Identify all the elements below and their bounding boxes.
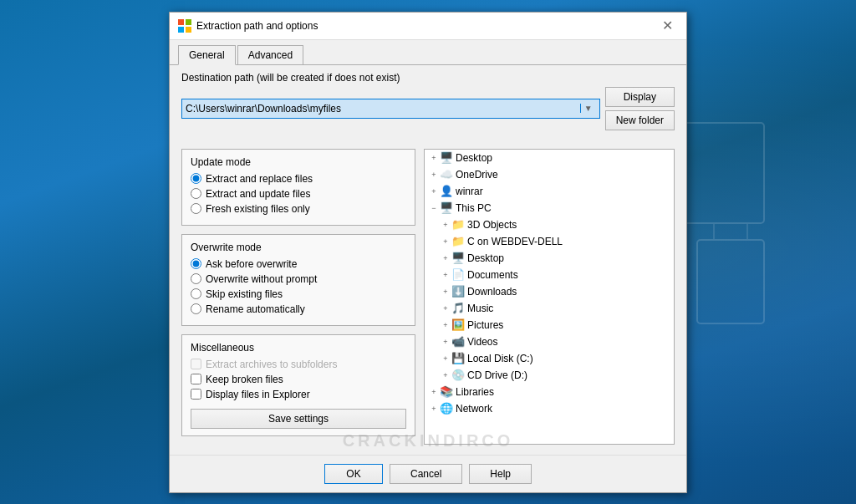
label-localc: Local Disk (C:) xyxy=(467,353,533,364)
expand-winrar[interactable]: + xyxy=(428,186,440,197)
close-button[interactable]: ✕ xyxy=(648,13,686,38)
update-update-row: Extract and update files xyxy=(191,188,406,200)
destination-input-wrap: ▼ xyxy=(181,99,600,119)
tree-item-network[interactable]: + 🌐 Network xyxy=(425,400,674,417)
icon-network: 🌐 xyxy=(440,402,453,415)
tab-advanced[interactable]: Advanced xyxy=(237,45,303,64)
file-tree: + 🖥️ Desktop + ☁️ OneDrive + 👤 winrar − … xyxy=(424,149,675,445)
expand-cwebdev[interactable]: + xyxy=(440,236,451,247)
tree-item-localc[interactable]: + 💾 Local Disk (C:) xyxy=(436,350,674,367)
svg-rect-7 xyxy=(186,27,191,33)
misc-explorer-label: Display files in Explorer xyxy=(206,389,310,400)
icon-localc: 💾 xyxy=(451,352,465,365)
tree-group-thispc: + 📁 3D Objects + 📁 C on WEBDEV-DELL + 🖥️… xyxy=(425,216,674,384)
tree-item-winrar[interactable]: + 👤 winrar xyxy=(425,183,674,200)
tab-general[interactable]: General xyxy=(178,45,236,65)
label-desktop2: Desktop xyxy=(467,252,504,264)
tree-item-3dobjects[interactable]: + 📁 3D Objects xyxy=(436,216,674,233)
tree-item-libraries[interactable]: + 📚 Libraries xyxy=(425,384,674,400)
cancel-button[interactable]: Cancel xyxy=(390,464,462,484)
icon-documents: 📄 xyxy=(451,268,465,282)
update-fresh-label: Fresh existing files only xyxy=(206,203,310,215)
overwrite-skip-radio[interactable] xyxy=(191,288,201,299)
misc-subfolders-row: Extract archives to subfolders xyxy=(191,359,406,370)
destination-input[interactable] xyxy=(186,103,580,115)
expand-music[interactable]: + xyxy=(440,303,451,314)
label-libraries: Libraries xyxy=(456,386,494,398)
label-downloads: Downloads xyxy=(467,286,517,298)
tree-item-cwebdev[interactable]: + 📁 C on WEBDEV-DELL xyxy=(436,233,674,250)
expand-localc[interactable]: + xyxy=(440,353,451,364)
expand-onedrive[interactable]: + xyxy=(428,169,440,181)
tree-item-desktop[interactable]: + 🖥️ Desktop xyxy=(425,150,674,166)
misc-subfolders-check[interactable] xyxy=(191,359,201,369)
destination-label: Destination path (will be created if doe… xyxy=(181,72,675,84)
tree-item-music[interactable]: + 🎵 Music xyxy=(436,300,674,317)
expand-pictures[interactable]: + xyxy=(440,319,451,331)
misc-section: Miscellaneous Extract archives to subfol… xyxy=(181,334,415,436)
icon-music: 🎵 xyxy=(451,302,465,315)
overwrite-ask-label: Ask before overwrite xyxy=(206,258,297,270)
tabs-container: General Advanced xyxy=(170,40,686,65)
misc-subfolders-label: Extract archives to subfolders xyxy=(206,359,337,370)
icon-cwebdev: 📁 xyxy=(451,235,465,248)
overwrite-rename-radio[interactable] xyxy=(191,303,201,314)
icon-libraries: 📚 xyxy=(440,385,453,399)
label-cwebdev: C on WEBDEV-DELL xyxy=(467,236,563,247)
update-replace-row: Extract and replace files xyxy=(191,173,406,185)
expand-libraries[interactable]: + xyxy=(428,386,440,398)
ok-button[interactable]: OK xyxy=(324,464,383,484)
expand-3dobjects[interactable]: + xyxy=(440,219,451,231)
display-button[interactable]: Display xyxy=(605,87,675,107)
overwrite-ask-row: Ask before overwrite xyxy=(191,258,406,270)
tree-item-thispc[interactable]: − 🖥️ This PC xyxy=(425,200,674,216)
overwrite-noprompt-radio[interactable] xyxy=(191,273,201,284)
expand-videos[interactable]: + xyxy=(440,336,451,348)
svg-rect-5 xyxy=(186,19,191,25)
dialog-body: Update mode Extract and replace files Ex… xyxy=(170,139,686,455)
new-folder-button[interactable]: New folder xyxy=(605,110,675,130)
update-update-radio[interactable] xyxy=(191,188,201,199)
update-replace-radio[interactable] xyxy=(191,173,201,184)
main-dialog: Extraction path and options ✕ General Ad… xyxy=(169,12,687,493)
tree-item-videos[interactable]: + 📹 Videos xyxy=(436,333,674,350)
expand-network[interactable]: + xyxy=(428,403,440,415)
expand-desktop[interactable]: + xyxy=(428,152,440,164)
overwrite-rename-row: Rename automatically xyxy=(191,303,406,315)
icon-pictures: 🖼️ xyxy=(451,318,465,332)
overwrite-ask-radio[interactable] xyxy=(191,258,201,269)
overwrite-mode-section: Overwrite mode Ask before overwrite Over… xyxy=(181,234,415,326)
tree-item-cdd[interactable]: + 💿 CD Drive (D:) xyxy=(436,367,674,384)
label-desktop: Desktop xyxy=(456,152,492,164)
left-panel: Update mode Extract and replace files Ex… xyxy=(181,149,415,445)
svg-rect-1 xyxy=(697,240,764,323)
destination-dropdown[interactable]: ▼ xyxy=(580,104,596,113)
expand-thispc[interactable]: − xyxy=(428,202,440,214)
tree-item-desktop2[interactable]: + 🖥️ Desktop xyxy=(436,250,674,267)
update-mode-section: Update mode Extract and replace files Ex… xyxy=(181,149,415,226)
expand-downloads[interactable]: + xyxy=(440,286,451,298)
update-update-label: Extract and update files xyxy=(206,188,310,200)
label-cdd: CD Drive (D:) xyxy=(467,369,527,381)
misc-broken-check[interactable] xyxy=(191,374,201,384)
expand-cdd[interactable]: + xyxy=(440,369,451,381)
label-thispc: This PC xyxy=(456,202,492,214)
save-settings-button[interactable]: Save settings xyxy=(191,409,406,429)
expand-documents[interactable]: + xyxy=(440,269,451,281)
help-button[interactable]: Help xyxy=(469,464,532,484)
overwrite-noprompt-row: Overwrite without prompt xyxy=(191,273,406,285)
icon-onedrive: ☁️ xyxy=(440,168,453,181)
misc-explorer-row: Display files in Explorer xyxy=(191,389,406,400)
update-fresh-radio[interactable] xyxy=(191,203,201,214)
tree-item-downloads[interactable]: + ⬇️ Downloads xyxy=(436,283,674,300)
dest-buttons: Display New folder xyxy=(605,87,675,130)
tree-item-documents[interactable]: + 📄 Documents xyxy=(436,267,674,283)
tree-item-pictures[interactable]: + 🖼️ Pictures xyxy=(436,317,674,333)
icon-desktop2: 🖥️ xyxy=(451,252,465,265)
expand-desktop2[interactable]: + xyxy=(440,252,451,264)
tree-item-onedrive[interactable]: + ☁️ OneDrive xyxy=(425,166,674,183)
misc-explorer-check[interactable] xyxy=(191,389,201,400)
dialog-footer: OK Cancel Help xyxy=(170,455,686,492)
label-videos: Videos xyxy=(467,336,497,348)
label-documents: Documents xyxy=(467,269,518,281)
